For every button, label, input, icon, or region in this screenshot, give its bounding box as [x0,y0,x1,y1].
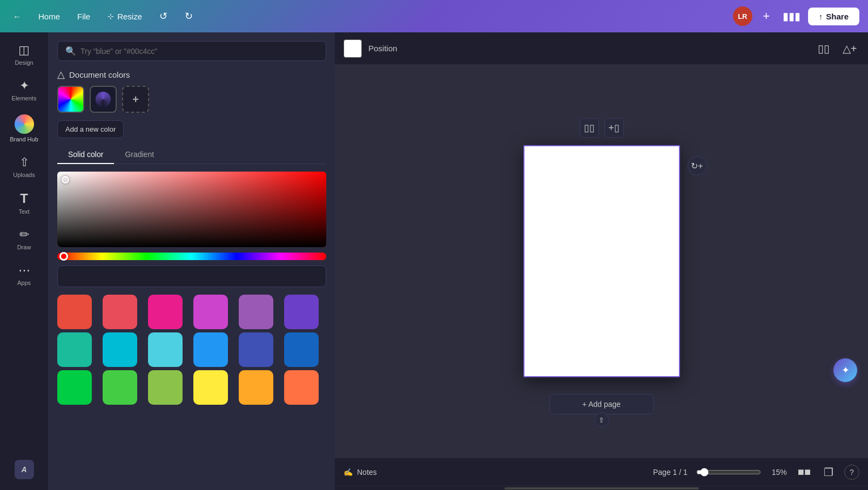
brand-hub-label: Brand Hub [10,136,38,142]
bottom-panel-icon: A [15,460,34,479]
zoom-level: 15% [765,468,787,477]
expand-icon: ❐ [824,466,833,478]
canvas-area: Position ▯▯ △+ ▯▯ +▯ [335,32,868,490]
copy-canvas-button[interactable]: ▯▯ [580,118,599,138]
resize-button[interactable]: ⊹ Resize [103,9,146,24]
uploads-icon: ⇧ [19,155,29,169]
color-swatch-17[interactable] [284,370,319,405]
copy-icon: ▯▯ [584,122,595,134]
analytics-button[interactable]: ▮▮▮ [780,8,803,25]
redo-button[interactable]: ↻ [180,8,197,24]
duplicate-button[interactable]: ▯▯ [814,39,833,58]
magic-button[interactable]: ✦ [833,358,857,382]
sidebar-bottom: A [3,454,46,490]
header-left: ← Home File ⊹ Resize ↺ ↻ [9,8,197,24]
sidebar-item-draw[interactable]: ✏ Draw [3,222,46,256]
analytics-icon: ▮▮▮ [783,10,800,22]
color-swatch-14[interactable] [148,370,183,405]
add-page-button[interactable]: + Add page [549,394,654,414]
color-swatch-13[interactable] [103,370,137,405]
home-label: Home [38,12,60,21]
color-swatch-15[interactable] [193,370,228,405]
color-swatch-3[interactable] [193,295,228,329]
help-button[interactable]: ? [844,465,859,480]
rotate-button[interactable]: ↻+ [688,156,707,175]
color-swatch-dark[interactable] [90,86,117,113]
hue-handle[interactable] [59,252,68,261]
notes-button[interactable]: ✍ Notes [344,468,377,477]
zoom-slider[interactable] [696,468,761,477]
grid-view-button[interactable]: ■■ [796,464,813,480]
add-page-label: + Add page [582,400,621,409]
help-icon: ? [850,468,854,477]
position-label: Position [368,44,397,53]
sidebar-item-text[interactable]: T Text [3,186,46,220]
color-swatch-4[interactable] [239,295,273,329]
add-color-swatch[interactable]: + [122,86,149,113]
undo-button[interactable]: ↺ [155,8,172,24]
tab-gradient[interactable]: Gradient [114,146,165,164]
apps-label: Apps [17,280,31,286]
color-swatch-11[interactable] [284,332,319,367]
file-label: File [77,12,90,21]
elements-label: Elements [12,95,37,101]
color-swatch-10[interactable] [239,332,273,367]
color-swatch-9[interactable] [193,332,228,367]
sidebar-item-apps[interactable]: ⋯ Apps [3,258,46,291]
color-swatch-7[interactable] [103,332,137,367]
header-right: LR + ▮▮▮ ↑ Share [733,6,859,26]
header: ← Home File ⊹ Resize ↺ ↻ LR + ▮▮▮ ↑ Shar… [0,0,868,32]
sidebar-item-elements[interactable]: ✦ Elements [3,73,46,107]
design-icon: ◫ [18,43,30,57]
share-button[interactable]: ↑ Share [808,8,859,25]
doc-colors-header: △ Document colors [57,69,326,80]
back-button[interactable]: ← [9,9,25,24]
canvas-top-icons: ▯▯ +▯ [580,118,624,138]
color-picker-handle[interactable] [62,176,69,183]
color-swatch-8[interactable] [148,332,183,367]
chevron-up-button[interactable]: ⇧ [594,412,609,427]
color-swatch-2[interactable] [148,295,183,329]
rotate-icon: ↻+ [691,161,703,171]
sidebar-item-bottom[interactable]: A [3,454,46,485]
share-label: Share [826,12,849,21]
color-swatch-12[interactable] [57,370,92,405]
scroll-bar[interactable] [335,486,868,490]
bottom-bar: ✍ Notes Page 1 / 1 15% ■■ ❐ ? [335,458,868,486]
resize-icon: ⊹ [107,12,114,21]
color-fill-button[interactable] [344,39,362,58]
notes-label: Notes [357,468,377,477]
color-swatch-5[interactable] [284,295,319,329]
add-canvas-button[interactable]: +▯ [604,118,624,138]
main-layout: ◫ Design ✦ Elements Brand Hub ⇧ Uploads … [0,32,868,490]
hue-slider[interactable] [57,253,326,260]
sidebar-item-uploads[interactable]: ⇧ Uploads [3,150,46,183]
add-collaborator-button[interactable]: + [758,8,775,25]
color-gradient-picker[interactable] [57,172,326,247]
duplicate-icon: ▯▯ [818,42,830,55]
color-swatch-gradient[interactable] [57,86,84,113]
sidebar-item-brand-hub[interactable]: Brand Hub [3,109,46,148]
grid-icon: ■■ [798,466,811,478]
color-swatch-0[interactable] [57,295,92,329]
search-input[interactable] [80,47,318,56]
color-swatch-6[interactable] [57,332,92,367]
doc-colors-label: Document colors [69,70,130,79]
color-swatch-16[interactable] [239,370,273,405]
canvas-workspace[interactable]: ▯▯ +▯ ↻+ + Add page ⇧ [335,65,868,458]
zoom-slider-container: 15% [696,468,787,477]
doc-colors-swatches: + [57,86,326,113]
uploads-label: Uploads [13,172,35,178]
sidebar-item-design[interactable]: ◫ Design [3,38,46,71]
hex-input[interactable]: #FFFFFF [57,266,326,287]
add-frame-button[interactable]: △+ [840,39,859,58]
avatar-button[interactable]: LR [733,6,752,26]
search-bar[interactable]: 🔍 [57,41,326,61]
tab-solid-color[interactable]: Solid color [57,146,114,164]
expand-button[interactable]: ❐ [822,464,836,481]
file-button[interactable]: File [73,9,95,24]
color-swatch-1[interactable] [103,295,137,329]
page-canvas [523,145,680,377]
tooltip-text: Add a new color [65,125,116,133]
home-button[interactable]: Home [34,9,64,24]
